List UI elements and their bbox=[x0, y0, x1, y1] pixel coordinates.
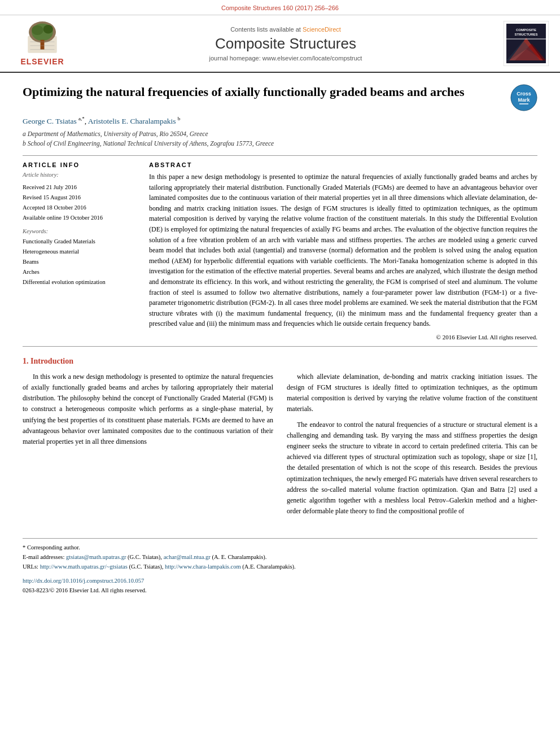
introduction-left-col: In this work a new design methodology is… bbox=[23, 372, 273, 521]
author-tsiatas-link[interactable]: George C. Tsiatas bbox=[23, 117, 78, 125]
affiliation-b: b School of Civil Engineering, National … bbox=[23, 139, 537, 148]
authors-line: George C. Tsiatas a,*, Aristotelis E. Ch… bbox=[23, 116, 537, 126]
keywords-section: Keywords: Functionally Graded Materials … bbox=[23, 228, 135, 287]
svg-text:STRUCTURES: STRUCTURES bbox=[514, 33, 537, 36]
doi-link[interactable]: http://dx.doi.org/10.1016/j.compstruct.2… bbox=[23, 578, 144, 584]
elsevier-logo: ELSEVIER bbox=[11, 21, 73, 66]
article-title-section: Optimizing the natural frequencies of ax… bbox=[23, 84, 537, 111]
journal-top-bar: Composite Structures 160 (2017) 256–266 bbox=[0, 0, 560, 15]
email2-link[interactable]: achar@mail.ntua.gr bbox=[164, 554, 211, 560]
keyword-4: Arches bbox=[23, 267, 135, 277]
journal-homepage: journal homepage: www.elsevier.com/locat… bbox=[73, 55, 498, 62]
url-line: URLs: http://www.math.upatras.gr/~gtsiat… bbox=[23, 562, 537, 572]
introduction-title: 1. Introduction bbox=[23, 357, 537, 366]
journal-citation: Composite Structures 160 (2017) 256–266 bbox=[221, 5, 339, 11]
copyright-line: © 2016 Elsevier Ltd. All rights reserved… bbox=[149, 334, 537, 340]
introduction-two-col: In this work a new design methodology is… bbox=[23, 372, 537, 521]
keyword-1: Functionally Graded Materials bbox=[23, 237, 135, 247]
keyword-2: Heterogeneous material bbox=[23, 247, 135, 257]
keywords-label: Keywords: bbox=[23, 228, 135, 234]
journal-center-info: Contents lists available at ScienceDirec… bbox=[73, 26, 498, 62]
author-charalampakis-link[interactable]: Aristotelis E. Charalampakis bbox=[88, 117, 178, 125]
affiliation-a: a Department of Mathematics, University … bbox=[23, 129, 537, 139]
abstract-heading: ABSTRACT bbox=[149, 161, 537, 168]
footnotes-section: * Corresponding author. E-mail addresses… bbox=[23, 538, 537, 595]
sciencedirect-line: Contents lists available at ScienceDirec… bbox=[73, 26, 498, 33]
elsevier-tree-icon bbox=[20, 21, 65, 55]
abstract-text: In this paper a new design methodology i… bbox=[149, 172, 537, 329]
received-date: Received 21 July 2016 bbox=[23, 182, 135, 193]
affiliations: a Department of Mathematics, University … bbox=[23, 129, 537, 149]
composite-logo-box: COMPOSITE STRUCTURES bbox=[498, 21, 549, 66]
svg-point-3 bbox=[32, 25, 43, 34]
svg-text:COMPOSITE: COMPOSITE bbox=[516, 28, 536, 32]
article-history-label: Article history: bbox=[23, 172, 135, 178]
url2-link[interactable]: http://www.chara-lampakis.com bbox=[165, 563, 241, 570]
available-date: Available online 19 October 2016 bbox=[23, 213, 135, 223]
svg-rect-5 bbox=[41, 40, 45, 49]
article-info-column: ARTICLE INFO Article history: Received 2… bbox=[23, 161, 135, 340]
revised-date: Revised 15 August 2016 bbox=[23, 193, 135, 203]
journal-title: Composite Structures bbox=[73, 35, 498, 53]
keywords-list: Functionally Graded Materials Heterogene… bbox=[23, 237, 135, 287]
keyword-5: Differential evolution optimization bbox=[23, 277, 135, 287]
introduction-right-col: which alleviate delamination, de-bonding… bbox=[287, 372, 537, 521]
url1-link[interactable]: http://www.math.upatras.gr/~gtsiatas bbox=[40, 563, 128, 570]
divider-after-abstract bbox=[23, 346, 537, 347]
article-dates: Received 21 July 2016 Revised 15 August … bbox=[23, 182, 135, 222]
email-line: E-mail addresses: gtsiatas@math.upatras.… bbox=[23, 553, 537, 562]
article-info-abstract-section: ARTICLE INFO Article history: Received 2… bbox=[23, 161, 537, 340]
article-title: Optimizing the natural frequencies of ax… bbox=[23, 84, 501, 101]
elsevier-brand-text: ELSEVIER bbox=[20, 57, 64, 66]
crossmark-badge-icon[interactable]: Cross Mark bbox=[510, 84, 537, 111]
sciencedirect-link[interactable]: ScienceDirect bbox=[303, 26, 341, 33]
keyword-3: Beams bbox=[23, 257, 135, 267]
abstract-column: ABSTRACT In this paper a new design meth… bbox=[149, 161, 537, 340]
svg-text:Mark: Mark bbox=[518, 97, 530, 103]
introduction-section: 1. Introduction In this work a new desig… bbox=[23, 357, 537, 521]
svg-text:Cross: Cross bbox=[517, 91, 531, 97]
svg-point-4 bbox=[43, 25, 53, 33]
journal-header: ELSEVIER Contents lists available at Sci… bbox=[0, 15, 560, 73]
composite-structures-logo-icon: COMPOSITE STRUCTURES bbox=[504, 21, 549, 66]
article-info-heading: ARTICLE INFO bbox=[23, 161, 135, 168]
doi-line: http://dx.doi.org/10.1016/j.compstruct.2… bbox=[23, 576, 537, 586]
issn-line: 0263-8223/© 2016 Elsevier Ltd. All right… bbox=[23, 586, 537, 596]
email1-link[interactable]: gtsiatas@math.upatras.gr bbox=[66, 554, 126, 560]
accepted-date: Accepted 18 October 2016 bbox=[23, 203, 135, 213]
paper-content: Optimizing the natural frequencies of ax… bbox=[0, 73, 560, 606]
divider-after-affiliations bbox=[23, 155, 537, 156]
corresponding-author-note: * Corresponding author. bbox=[23, 543, 537, 553]
